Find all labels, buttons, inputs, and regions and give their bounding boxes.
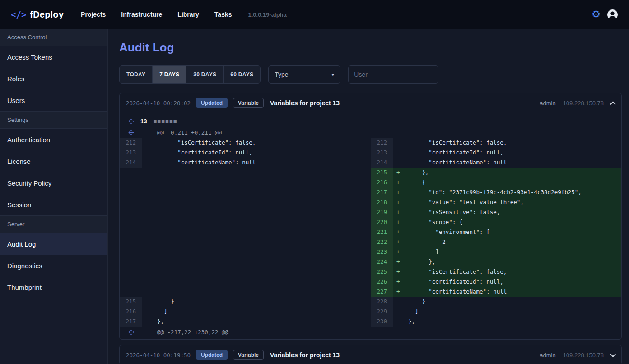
range-30days-button[interactable]: 30 DAYS <box>186 66 224 83</box>
diff-left-line-number <box>120 217 142 227</box>
diff-left-line-number: 215 <box>120 297 142 307</box>
user-avatar-icon[interactable] <box>607 9 618 20</box>
diff-left-code <box>142 207 371 217</box>
diff-left-line-number <box>120 187 142 197</box>
diff-right-line-number: 220 <box>371 217 393 227</box>
entry-user: admin <box>540 100 555 107</box>
diff-left-line-number <box>120 168 142 177</box>
diff-left-code: "certificateId": null, <box>142 148 371 158</box>
type-select[interactable]: Type ▾ <box>268 65 340 84</box>
nav-links: Projects Infrastructure Library Tasks <box>81 11 232 18</box>
diff-right-line-number: 213 <box>371 148 393 158</box>
diff-left-line-number <box>120 237 142 247</box>
user-filter-input[interactable] <box>348 65 438 84</box>
diff-row: 219 + "isSensitive": false, <box>120 207 621 217</box>
sidebar-section-settings: Settings <box>0 111 107 129</box>
entry-summary: Variables for project 13 <box>270 351 340 359</box>
range-today-button[interactable]: TODAY <box>120 66 153 83</box>
diff-row: 218 + "value": "test value three", <box>120 197 621 207</box>
diff-left-code <box>142 168 371 177</box>
diff-right-code: + { <box>393 177 621 187</box>
diff-right-line-number: 215 <box>371 168 393 177</box>
chevron-up-icon[interactable] <box>610 101 616 107</box>
nav-right: ⚙ <box>592 9 618 20</box>
diff-file-row: 13 ■■■■■■ <box>120 115 621 127</box>
nav-link-tasks[interactable]: Tasks <box>214 11 232 18</box>
diff-row: 215 } 228 } <box>120 297 621 307</box>
redacted-blocks: ■■■■■■ <box>153 118 177 124</box>
sidebar-item-access-tokens[interactable]: Access Tokens <box>0 46 107 68</box>
diff-left-code <box>142 267 371 277</box>
diff-left-line-number <box>120 207 142 217</box>
audit-entry-card: 2026-04-10 00:19:50 Updated Variable Var… <box>119 345 622 364</box>
diff-row: 224 + }, <box>120 257 621 267</box>
chevron-down-icon[interactable] <box>610 351 616 357</box>
entry-meta: admin 109.228.150.78 <box>540 100 615 107</box>
diff-viewer: 13 ■■■■■■ @@ -0,211 +0,211 @@ 212 "isCer… <box>120 112 621 339</box>
diff-row: 215 + }, <box>120 168 621 177</box>
diff-left-line-number: 214 <box>120 158 142 168</box>
diff-right-code: "certificateId": null, <box>393 148 621 158</box>
sidebar-item-security-policy[interactable]: Security Policy <box>0 172 107 194</box>
nav-link-library[interactable]: Library <box>177 11 199 18</box>
diff-left-code <box>142 257 371 267</box>
diff-right-line-number: 224 <box>371 257 393 267</box>
diff-row: 220 + "scope": { <box>120 217 621 227</box>
diff-right-code: ] <box>393 307 621 317</box>
diff-right-code: + "isCertificate": false, <box>393 267 621 277</box>
settings-gear-icon[interactable]: ⚙ <box>592 9 601 19</box>
diff-left-line-number <box>120 247 142 257</box>
range-7days-button[interactable]: 7 DAYS <box>153 66 186 83</box>
diff-right-code: "certificateName": null <box>393 158 621 168</box>
move-icon[interactable] <box>128 118 134 124</box>
sidebar-item-license[interactable]: License <box>0 150 107 172</box>
audit-entry-header[interactable]: 2026-04-10 00:19:50 Updated Variable Var… <box>120 345 621 364</box>
diff-left-line-number <box>120 227 142 237</box>
diff-row: 216 ] 229 ] <box>120 307 621 317</box>
diff-left-code: } <box>142 297 371 307</box>
diff-left-code <box>142 247 371 257</box>
diff-right-code: }, <box>393 317 621 327</box>
nav-link-infrastructure[interactable]: Infrastructure <box>121 11 162 18</box>
diff-left-line-number <box>120 267 142 277</box>
diff-row: 223 + ] <box>120 247 621 257</box>
diff-row: 217 + "id": "2371c99b-f79c-4cb2-93e1-4c3… <box>120 187 621 197</box>
sidebar-item-session[interactable]: Session <box>0 194 107 215</box>
main-content: Audit Log TODAY 7 DAYS 30 DAYS 60 DAYS T… <box>108 29 629 364</box>
diff-row: 214 "certificateName": null 214 "certifi… <box>120 158 621 168</box>
diff-left-code <box>142 187 371 197</box>
range-60days-button[interactable]: 60 DAYS <box>224 66 260 83</box>
brand[interactable]: </> fDeploy <box>11 9 64 20</box>
sidebar-item-roles[interactable]: Roles <box>0 68 107 89</box>
filter-bar: TODAY 7 DAYS 30 DAYS 60 DAYS Type ▾ <box>119 65 622 84</box>
sidebar-item-diagnostics[interactable]: Diagnostics <box>0 255 107 276</box>
diff-left-line-number: 213 <box>120 148 142 158</box>
diff-right-line-number: 226 <box>371 277 393 287</box>
move-icon[interactable] <box>128 329 134 335</box>
entry-ip: 109.228.150.78 <box>563 100 604 107</box>
diff-left-line-number <box>120 257 142 267</box>
diff-file-label: 13 <box>140 118 147 125</box>
nav-link-projects[interactable]: Projects <box>81 11 106 18</box>
diff-right-line-number: 212 <box>371 138 393 148</box>
diff-right-code: } <box>393 297 621 307</box>
sidebar-item-authentication[interactable]: Authentication <box>0 129 107 150</box>
diff-left-line-number: 216 <box>120 307 142 317</box>
diff-left-code: }, <box>142 317 371 327</box>
diff-right-code: + "environment": [ <box>393 227 621 237</box>
diff-right-code: + }, <box>393 168 621 177</box>
entry-ip: 109.228.150.78 <box>563 352 604 359</box>
sidebar-item-users[interactable]: Users <box>0 89 107 111</box>
diff-right-line-number: 230 <box>371 317 393 327</box>
audit-entry-header[interactable]: 2026-04-10 00:20:02 Updated Variable Var… <box>120 93 621 112</box>
entry-user: admin <box>540 352 555 359</box>
move-icon[interactable] <box>128 130 134 135</box>
sidebar-item-thumbprint[interactable]: Thumbprint <box>0 276 107 298</box>
sidebar-item-audit-log[interactable]: Audit Log <box>0 233 107 255</box>
diff-row: 227 + "certificateName": null <box>120 287 621 297</box>
diff-row: 212 "isCertificate": false, 212 "isCerti… <box>120 138 621 148</box>
diff-left-code <box>142 287 371 297</box>
diff-left-line-number: 212 <box>120 138 142 148</box>
diff-right-code: + 2 <box>393 237 621 247</box>
audit-entry-card: 2026-04-10 00:20:02 Updated Variable Var… <box>119 93 622 340</box>
